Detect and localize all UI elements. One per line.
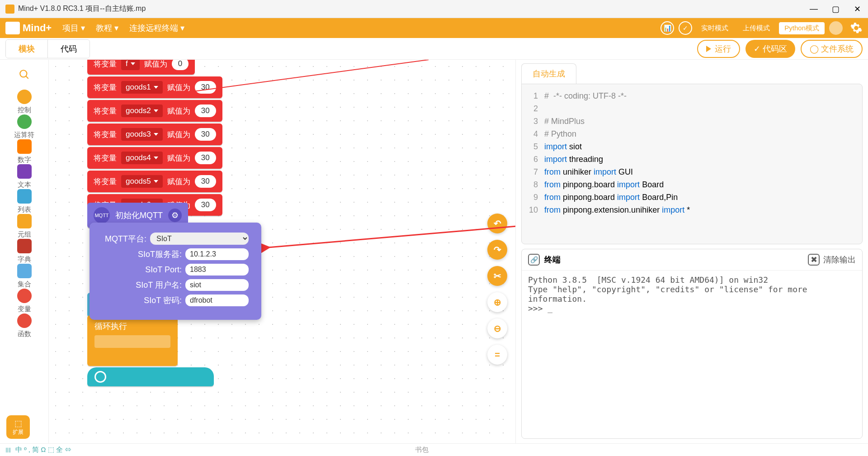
- search-button[interactable]: [19, 69, 30, 81]
- loop-label: 循环执行: [94, 322, 127, 331]
- link-icon: 🔗: [528, 254, 540, 266]
- avatar-icon[interactable]: [829, 21, 843, 35]
- mode-python[interactable]: Python模式: [779, 22, 825, 34]
- canvas-controls: ↶ ↷ ✂ ⊕ ⊖ =: [487, 214, 507, 365]
- code-line: 1# -*- coding: UTF-8 -*-: [522, 90, 862, 102]
- crop-button[interactable]: ✂: [487, 266, 507, 286]
- settings-icon[interactable]: [850, 22, 863, 34]
- category-dot: [17, 314, 32, 328]
- sidebar-item-0[interactable]: 控制: [14, 90, 34, 114]
- value-input[interactable]: 30: [195, 175, 216, 188]
- clear-output-button[interactable]: ✖ 清除输出: [808, 254, 856, 266]
- sidebar-item-label: 元组: [18, 230, 31, 239]
- value-input[interactable]: 30: [195, 81, 216, 94]
- run-button[interactable]: 运行: [697, 40, 740, 58]
- set-variable-block[interactable]: 将变量 goods5 赋值为 30: [87, 171, 222, 192]
- logo-image: [5, 22, 20, 34]
- set-variable-block[interactable]: 将变量 f 赋值为 0: [87, 60, 195, 75]
- sidebar-item-1[interactable]: 运算符: [14, 114, 34, 139]
- sidebar-item-label: 变量: [18, 305, 31, 314]
- set-variable-block[interactable]: 将变量 goods2 赋值为 30: [87, 100, 222, 122]
- siot-user-input[interactable]: [185, 279, 249, 291]
- terminal-header: 🔗 终端 ✖ 清除输出: [522, 249, 862, 271]
- undo-button[interactable]: ↶: [487, 214, 507, 233]
- sidebar-item-label: 函数: [18, 330, 31, 338]
- menu-remote-terminal[interactable]: 连接远程终端 ▾: [129, 23, 184, 33]
- sidebar-item-5[interactable]: 元组: [14, 214, 34, 239]
- code-line: 5import siot: [522, 140, 862, 153]
- tab-code[interactable]: 代码: [47, 40, 90, 58]
- chart-icon[interactable]: 📊: [660, 21, 674, 35]
- tab-blocks[interactable]: 模块: [6, 40, 47, 58]
- siot-server-input[interactable]: [185, 248, 249, 260]
- zoom-in-button[interactable]: ⊕: [487, 292, 507, 312]
- value-input[interactable]: 30: [195, 152, 216, 164]
- event-icon: [94, 371, 106, 383]
- siot-port-input[interactable]: [185, 264, 249, 276]
- loop-block[interactable]: 循环执行: [87, 315, 178, 366]
- sidebar-item-8[interactable]: 变量: [14, 289, 34, 314]
- mqtt-platform-select[interactable]: SIoT: [150, 233, 249, 245]
- sidebar-item-label: 集合: [18, 280, 31, 289]
- status-icons[interactable]: 中 º , 简 Ω ⬚ 全 ⇔: [15, 446, 71, 454]
- category-icon: [17, 139, 32, 154]
- menu-tutorial[interactable]: 教程 ▾: [96, 23, 118, 33]
- app-icon: [5, 5, 14, 14]
- set-variable-block[interactable]: 将变量 goods1 赋值为 30: [87, 76, 222, 98]
- sidebar-item-4[interactable]: 列表: [14, 189, 34, 214]
- set-variable-block[interactable]: 将变量 goods4 赋值为 30: [87, 147, 222, 169]
- variable-dropdown[interactable]: goods2: [121, 104, 163, 117]
- mode-upload[interactable]: 上传模式: [737, 22, 775, 34]
- value-input[interactable]: 30: [195, 104, 216, 117]
- category-dot: [17, 90, 32, 104]
- code-area-button[interactable]: ✓ 代码区: [745, 40, 795, 58]
- svg-point-0: [20, 70, 27, 77]
- gear-icon[interactable]: ⚙: [168, 209, 182, 222]
- event-block[interactable]: [87, 367, 214, 386]
- sidebar-item-9[interactable]: 函数: [14, 314, 34, 338]
- main-area: 控制运算符数字文本列表元组字典集合变量函数 ⬚ 扩展 将变量 f 赋值为 0将变…: [0, 60, 868, 443]
- backpack-label[interactable]: 书包: [76, 446, 768, 454]
- zoom-reset-button[interactable]: =: [487, 345, 507, 365]
- terminal-output[interactable]: Python 3.8.5 [MSC v.1924 64 bit AMD64)] …: [522, 271, 862, 438]
- check-icon[interactable]: ✓: [679, 21, 692, 35]
- svg-line-3: [268, 223, 515, 247]
- variable-dropdown[interactable]: goods5: [121, 175, 163, 188]
- value-input[interactable]: 0: [172, 60, 189, 70]
- code-viewer[interactable]: 1# -*- coding: UTF-8 -*-23# MindPlus4# P…: [521, 84, 863, 244]
- tab-auto-generate[interactable]: 自动生成: [521, 63, 576, 84]
- terminal-panel: 🔗 终端 ✖ 清除输出 Python 3.8.5 [MSC v.1924 64 …: [521, 249, 863, 439]
- menu-project[interactable]: 项目 ▾: [62, 23, 85, 33]
- code-line: 2: [522, 102, 862, 115]
- svg-line-1: [26, 76, 28, 78]
- sidebar-item-label: 控制: [18, 106, 31, 114]
- value-input[interactable]: 30: [195, 128, 216, 141]
- block-canvas[interactable]: 将变量 f 赋值为 0将变量 goods1 赋值为 30将变量 goods2 赋…: [49, 60, 515, 443]
- extension-button[interactable]: ⬚ 扩展: [6, 415, 30, 439]
- mqtt-config-panel: MQTT平台: SIoT SIoT服务器: SIoT Port: SIoT 用户…: [90, 223, 261, 320]
- variable-dropdown[interactable]: goods3: [121, 128, 163, 141]
- sidebar-item-label: 运算符: [14, 131, 34, 139]
- status-icon[interactable]: ⦀⦀: [5, 446, 11, 454]
- variable-dropdown[interactable]: goods1: [121, 81, 163, 94]
- sidebar-item-7[interactable]: 集合: [14, 264, 34, 289]
- mode-realtime[interactable]: 实时模式: [696, 22, 734, 34]
- window-titlebar: Mind+ V1.8.0 RC3.1 项目--自主结账.mp — ▢ ✕: [0, 0, 868, 18]
- maximize-button[interactable]: ▢: [830, 4, 841, 14]
- category-icon: [17, 264, 32, 278]
- close-button[interactable]: ✕: [852, 4, 863, 14]
- mqtt-init-label: 初始化MQTT: [115, 210, 163, 221]
- sidebar-item-6[interactable]: 字典: [14, 239, 34, 264]
- variable-dropdown[interactable]: f: [121, 60, 140, 70]
- variable-blocks: 将变量 f 赋值为 0将变量 goods1 赋值为 30将变量 goods2 赋…: [87, 60, 222, 218]
- set-variable-block[interactable]: 将变量 goods3 赋值为 30: [87, 124, 222, 145]
- sidebar-item-2[interactable]: 数字: [14, 139, 34, 164]
- value-input[interactable]: 30: [195, 199, 216, 211]
- redo-button[interactable]: ↷: [487, 240, 507, 260]
- zoom-out-button[interactable]: ⊖: [487, 318, 507, 338]
- minimize-button[interactable]: —: [808, 4, 819, 14]
- siot-pwd-input[interactable]: [185, 294, 249, 306]
- sidebar-item-3[interactable]: 文本: [14, 164, 34, 189]
- variable-dropdown[interactable]: goods4: [121, 152, 163, 164]
- file-system-button[interactable]: ◯ 文件系统: [801, 40, 863, 58]
